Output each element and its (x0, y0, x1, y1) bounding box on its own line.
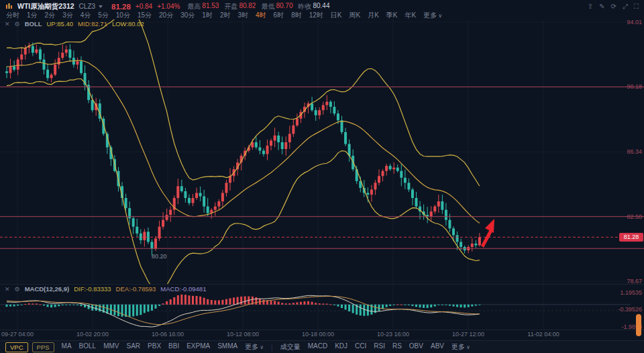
indicator-tab-MMV[interactable]: MMV (103, 342, 119, 352)
overlay-chip-PPS[interactable]: PPS (32, 342, 54, 352)
price-axis-label: 78.67 (612, 278, 642, 285)
candle-body (162, 220, 164, 227)
timeframe-tab-4分[interactable]: 4分 (80, 11, 91, 20)
sub-indicator-tab-MACD[interactable]: MACD (308, 342, 327, 352)
timeframe-tab-1分[interactable]: 1分 (27, 11, 38, 20)
macd-bar (121, 305, 123, 317)
macd-bar (214, 301, 216, 305)
share-icon[interactable]: ⇪ (588, 3, 593, 11)
candle-body (255, 142, 258, 148)
macd-bar (300, 302, 302, 305)
macd-bar (50, 305, 52, 307)
time-axis-label: 10-06 16:00 (147, 331, 189, 338)
macd-bar (464, 305, 466, 308)
draw-icon[interactable]: ✎ (599, 3, 604, 11)
candle-body (176, 186, 179, 198)
timeframe-tab-10分[interactable]: 10分 (116, 11, 130, 20)
macd-bar (140, 305, 142, 315)
sub-indicator-tab-OBV[interactable]: OBV (409, 342, 423, 352)
macd-bar (352, 305, 354, 313)
candle-body (50, 74, 53, 78)
macd-bar (341, 305, 343, 308)
timeframe-tab-5分[interactable]: 5分 (98, 11, 109, 20)
arrow-tail (481, 230, 492, 248)
candle-body (448, 220, 451, 229)
timeframe-tab-4时[interactable]: 4时 (256, 11, 266, 20)
timeframe-tab-2时[interactable]: 2时 (220, 11, 231, 20)
low-point-label: 80.20 (152, 253, 167, 260)
timeframe-tab-15分[interactable]: 15分 (138, 11, 152, 20)
sub-indicator-tab-RS[interactable]: RS (392, 342, 402, 352)
candle-body (140, 234, 142, 240)
candle-body (258, 148, 261, 151)
sub-indicator-tab-RSI[interactable]: RSI (374, 342, 385, 352)
macd-bar (278, 302, 280, 305)
macd-bar (203, 298, 205, 305)
chevron-down-icon: ∨ (466, 344, 470, 350)
macd-bar (393, 305, 395, 305)
close-icon[interactable]: ✕ (5, 21, 10, 28)
scrollbar-handle[interactable] (636, 314, 641, 336)
sub-indicator-tab-KDJ[interactable]: KDJ (335, 342, 347, 352)
timeframe-tab-季K[interactable]: 季K (386, 11, 398, 20)
timeframe-tab-20分[interactable]: 20分 (159, 11, 173, 20)
candle-body (143, 232, 146, 240)
candle-body (54, 64, 56, 74)
macd-bar (274, 301, 276, 304)
refresh-icon[interactable]: ⟳ (611, 3, 616, 11)
macd-bar (449, 305, 451, 306)
timeframe-tab-月K[interactable]: 月K (368, 11, 379, 20)
macd-bar (211, 300, 213, 305)
settings-icon[interactable]: ⚙ (15, 286, 20, 293)
sub-indicator-tab-成交量[interactable]: 成交量 (280, 342, 301, 352)
main-chart-canvas[interactable] (0, 0, 644, 353)
overlay-chip-VPC[interactable]: VPC (5, 342, 28, 352)
candle-body (322, 105, 325, 111)
symbol-dropdown-icon[interactable] (99, 5, 103, 8)
timeframe-tabs: 分时1分2分3分4分5分10分15分20分30分1时2时3时4时6时8时12时日… (0, 11, 644, 19)
macd-bar (270, 301, 272, 305)
sub-indicator-tab-ABV[interactable]: ABV (431, 342, 444, 352)
indicator-tab-更多[interactable]: 更多∨ (245, 342, 264, 352)
timeframe-tab-30分[interactable]: 30分 (180, 11, 195, 20)
macd-bar (147, 305, 149, 312)
timeframe-tab-8时[interactable]: 8时 (291, 11, 302, 20)
macd-bar (326, 304, 328, 305)
indicator-tab-BBI[interactable]: BBI (168, 342, 179, 352)
macd-bar (411, 305, 413, 306)
timeframe-tab-年K[interactable]: 年K (405, 11, 417, 20)
settings-icon[interactable]: ⚙ (15, 21, 20, 28)
indicator-tab-SMMA[interactable]: SMMA (217, 342, 237, 352)
fullscreen-icon[interactable]: ⛶ (634, 3, 639, 11)
sub-indicator-tab-CCI[interactable]: CCI (355, 342, 366, 352)
timeframe-tab-12时[interactable]: 12时 (309, 11, 323, 20)
indicator-tab-MA[interactable]: MA (62, 342, 72, 352)
timeframe-tab-3分[interactable]: 3分 (62, 11, 73, 20)
timeframe-tab-6时[interactable]: 6时 (274, 11, 284, 20)
timeframe-tab-分时[interactable]: 分时 (6, 11, 19, 20)
toolbar-divider: | (271, 344, 273, 351)
indicator-tab-EXPMA[interactable]: EXPMA (186, 342, 210, 352)
macd-bar (136, 305, 138, 316)
macd-bar (363, 305, 365, 316)
macd-bar (54, 305, 56, 307)
boll-up-value: UP:85.40 (46, 20, 73, 28)
indicator-tab-PBX[interactable]: PBX (148, 342, 161, 352)
indicator-tab-BOLL[interactable]: BOLL (79, 342, 97, 352)
indicator-tab-SAR[interactable]: SAR (126, 342, 140, 352)
sub-indicator-tab-更多[interactable]: 更多∨ (451, 342, 470, 352)
timeframe-tab-更多[interactable]: 更多∨ (423, 11, 442, 20)
macd-bar (39, 305, 41, 305)
expand-icon[interactable]: ⤢ (623, 3, 628, 11)
price-change: +0.84 (136, 3, 152, 10)
stat-value: 80.70 (276, 2, 292, 11)
timeframe-tab-3时[interactable]: 3时 (237, 11, 248, 20)
timeframe-tab-2分[interactable]: 2分 (45, 11, 56, 20)
close-icon[interactable]: ✕ (5, 286, 10, 293)
candle-body (366, 193, 369, 195)
macd-legend: ✕ ⚙ MACD(12,26,9) DIF:-0.83333 DEA:-0.78… (5, 285, 206, 293)
macd-bar (173, 297, 175, 305)
timeframe-tab-周K[interactable]: 周K (349, 11, 360, 20)
timeframe-tab-1时[interactable]: 1时 (202, 11, 213, 20)
timeframe-tab-日K[interactable]: 日K (331, 11, 342, 20)
